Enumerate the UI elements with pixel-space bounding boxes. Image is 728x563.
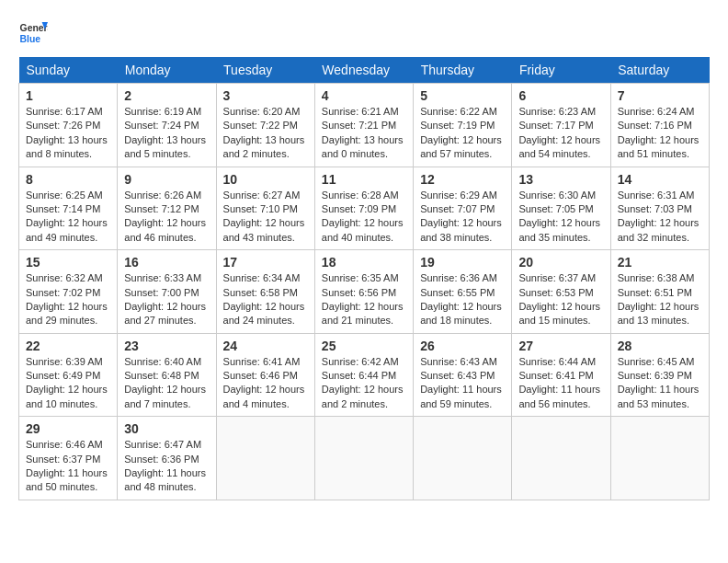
calendar-cell: 10Sunrise: 6:27 AM Sunset: 7:10 PM Dayli… xyxy=(216,167,314,250)
weekday-header: Wednesday xyxy=(314,57,413,84)
logo-icon: General Blue xyxy=(18,18,48,48)
day-info: Sunrise: 6:45 AM Sunset: 6:39 PM Dayligh… xyxy=(618,355,702,412)
day-number: 9 xyxy=(124,172,209,187)
day-info: Sunrise: 6:28 AM Sunset: 7:09 PM Dayligh… xyxy=(322,189,406,246)
day-number: 8 xyxy=(26,172,110,187)
day-info: Sunrise: 6:36 AM Sunset: 6:55 PM Dayligh… xyxy=(420,271,505,328)
day-number: 27 xyxy=(518,339,603,353)
calendar-cell: 26Sunrise: 6:43 AM Sunset: 6:43 PM Dayli… xyxy=(414,333,512,417)
weekday-header: Thursday xyxy=(414,57,512,84)
day-number: 3 xyxy=(223,88,308,103)
day-info: Sunrise: 6:23 AM Sunset: 7:17 PM Dayligh… xyxy=(518,105,603,162)
day-number: 2 xyxy=(124,88,209,103)
svg-text:Blue: Blue xyxy=(20,34,41,44)
calendar-cell: 20Sunrise: 6:37 AM Sunset: 6:53 PM Dayli… xyxy=(512,250,610,334)
day-info: Sunrise: 6:43 AM Sunset: 6:43 PM Dayligh… xyxy=(420,355,505,412)
calendar-cell: 11Sunrise: 6:28 AM Sunset: 7:09 PM Dayli… xyxy=(314,167,413,250)
day-number: 7 xyxy=(618,88,702,103)
day-info: Sunrise: 6:39 AM Sunset: 6:49 PM Dayligh… xyxy=(26,355,110,412)
day-info: Sunrise: 6:27 AM Sunset: 7:10 PM Dayligh… xyxy=(223,189,308,246)
calendar-cell: 25Sunrise: 6:42 AM Sunset: 6:44 PM Dayli… xyxy=(314,333,413,417)
weekday-header: Saturday xyxy=(610,57,709,84)
calendar-cell xyxy=(216,417,314,500)
calendar-week-row: 8Sunrise: 6:25 AM Sunset: 7:14 PM Daylig… xyxy=(19,167,710,250)
calendar-cell: 4Sunrise: 6:21 AM Sunset: 7:21 PM Daylig… xyxy=(314,84,413,167)
calendar-cell: 2Sunrise: 6:19 AM Sunset: 7:24 PM Daylig… xyxy=(118,84,216,167)
day-info: Sunrise: 6:26 AM Sunset: 7:12 PM Dayligh… xyxy=(124,189,209,246)
calendar-week-row: 29Sunrise: 6:46 AM Sunset: 6:37 PM Dayli… xyxy=(19,417,710,500)
day-number: 29 xyxy=(26,421,110,436)
day-info: Sunrise: 6:42 AM Sunset: 6:44 PM Dayligh… xyxy=(322,355,406,412)
calendar-cell: 17Sunrise: 6:34 AM Sunset: 6:58 PM Dayli… xyxy=(216,250,314,334)
day-info: Sunrise: 6:35 AM Sunset: 6:56 PM Dayligh… xyxy=(322,271,406,328)
day-info: Sunrise: 6:32 AM Sunset: 7:02 PM Dayligh… xyxy=(26,271,110,328)
calendar-cell xyxy=(610,417,709,500)
calendar-cell: 21Sunrise: 6:38 AM Sunset: 6:51 PM Dayli… xyxy=(610,250,709,334)
day-number: 18 xyxy=(322,255,406,270)
calendar-cell: 9Sunrise: 6:26 AM Sunset: 7:12 PM Daylig… xyxy=(118,167,216,250)
day-number: 15 xyxy=(26,255,110,270)
day-number: 21 xyxy=(618,255,702,270)
calendar-cell xyxy=(314,417,413,500)
day-number: 13 xyxy=(518,172,603,187)
day-info: Sunrise: 6:21 AM Sunset: 7:21 PM Dayligh… xyxy=(322,105,406,162)
day-info: Sunrise: 6:44 AM Sunset: 6:41 PM Dayligh… xyxy=(518,355,603,412)
calendar-cell: 24Sunrise: 6:41 AM Sunset: 6:46 PM Dayli… xyxy=(216,333,314,417)
weekday-header: Monday xyxy=(118,57,216,84)
day-number: 4 xyxy=(322,88,406,103)
day-number: 19 xyxy=(420,255,505,270)
calendar-cell: 23Sunrise: 6:40 AM Sunset: 6:48 PM Dayli… xyxy=(118,333,216,417)
calendar-cell: 15Sunrise: 6:32 AM Sunset: 7:02 PM Dayli… xyxy=(19,250,118,334)
day-number: 1 xyxy=(26,88,110,103)
day-number: 23 xyxy=(124,339,209,353)
day-number: 16 xyxy=(124,255,209,270)
day-info: Sunrise: 6:40 AM Sunset: 6:48 PM Dayligh… xyxy=(124,355,209,412)
calendar-cell: 28Sunrise: 6:45 AM Sunset: 6:39 PM Dayli… xyxy=(610,333,709,417)
day-info: Sunrise: 6:17 AM Sunset: 7:26 PM Dayligh… xyxy=(26,105,110,162)
day-info: Sunrise: 6:29 AM Sunset: 7:07 PM Dayligh… xyxy=(420,189,505,246)
header: General Blue xyxy=(18,18,710,48)
day-number: 10 xyxy=(223,172,308,187)
weekday-header: Sunday xyxy=(19,57,118,84)
day-number: 24 xyxy=(223,339,308,353)
day-number: 30 xyxy=(124,421,209,436)
calendar-cell: 8Sunrise: 6:25 AM Sunset: 7:14 PM Daylig… xyxy=(19,167,118,250)
day-number: 22 xyxy=(26,339,110,353)
calendar-cell: 27Sunrise: 6:44 AM Sunset: 6:41 PM Dayli… xyxy=(512,333,610,417)
day-number: 6 xyxy=(518,88,603,103)
day-number: 14 xyxy=(618,172,702,187)
day-info: Sunrise: 6:41 AM Sunset: 6:46 PM Dayligh… xyxy=(223,355,308,412)
day-info: Sunrise: 6:31 AM Sunset: 7:03 PM Dayligh… xyxy=(618,189,702,246)
weekday-header: Tuesday xyxy=(216,57,314,84)
day-number: 25 xyxy=(322,339,406,353)
day-info: Sunrise: 6:30 AM Sunset: 7:05 PM Dayligh… xyxy=(518,189,603,246)
calendar-week-row: 22Sunrise: 6:39 AM Sunset: 6:49 PM Dayli… xyxy=(19,333,710,417)
calendar-cell: 30Sunrise: 6:47 AM Sunset: 6:36 PM Dayli… xyxy=(118,417,216,500)
day-info: Sunrise: 6:38 AM Sunset: 6:51 PM Dayligh… xyxy=(618,271,702,328)
logo: General Blue xyxy=(18,18,48,48)
calendar-cell: 5Sunrise: 6:22 AM Sunset: 7:19 PM Daylig… xyxy=(414,84,512,167)
calendar-body: 1Sunrise: 6:17 AM Sunset: 7:26 PM Daylig… xyxy=(19,84,710,500)
calendar-cell: 14Sunrise: 6:31 AM Sunset: 7:03 PM Dayli… xyxy=(610,167,709,250)
day-info: Sunrise: 6:37 AM Sunset: 6:53 PM Dayligh… xyxy=(518,271,603,328)
day-info: Sunrise: 6:20 AM Sunset: 7:22 PM Dayligh… xyxy=(223,105,308,162)
calendar-week-row: 1Sunrise: 6:17 AM Sunset: 7:26 PM Daylig… xyxy=(19,84,710,167)
day-info: Sunrise: 6:22 AM Sunset: 7:19 PM Dayligh… xyxy=(420,105,505,162)
calendar-cell: 19Sunrise: 6:36 AM Sunset: 6:55 PM Dayli… xyxy=(414,250,512,334)
day-number: 11 xyxy=(322,172,406,187)
day-number: 20 xyxy=(518,255,603,270)
day-info: Sunrise: 6:34 AM Sunset: 6:58 PM Dayligh… xyxy=(223,271,308,328)
day-number: 12 xyxy=(420,172,505,187)
weekday-header: Friday xyxy=(512,57,610,84)
calendar-cell: 1Sunrise: 6:17 AM Sunset: 7:26 PM Daylig… xyxy=(19,84,118,167)
day-info: Sunrise: 6:19 AM Sunset: 7:24 PM Dayligh… xyxy=(124,105,209,162)
calendar-cell xyxy=(414,417,512,500)
day-info: Sunrise: 6:25 AM Sunset: 7:14 PM Dayligh… xyxy=(26,189,110,246)
day-number: 5 xyxy=(420,88,505,103)
day-info: Sunrise: 6:33 AM Sunset: 7:00 PM Dayligh… xyxy=(124,271,209,328)
calendar-cell: 22Sunrise: 6:39 AM Sunset: 6:49 PM Dayli… xyxy=(19,333,118,417)
calendar-cell: 12Sunrise: 6:29 AM Sunset: 7:07 PM Dayli… xyxy=(414,167,512,250)
calendar-header-row: SundayMondayTuesdayWednesdayThursdayFrid… xyxy=(19,57,710,84)
calendar-cell: 13Sunrise: 6:30 AM Sunset: 7:05 PM Dayli… xyxy=(512,167,610,250)
calendar-cell: 7Sunrise: 6:24 AM Sunset: 7:16 PM Daylig… xyxy=(610,84,709,167)
